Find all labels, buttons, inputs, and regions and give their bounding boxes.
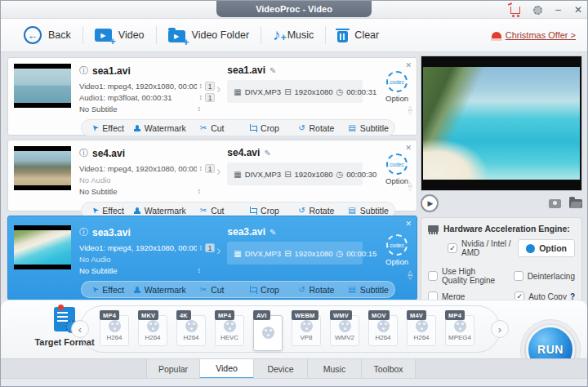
scroll-right-icon[interactable]: › [491,320,509,338]
remove-file-icon[interactable]: ✕ [405,220,412,228]
clock-icon: ◷ [336,249,344,258]
crop-button[interactable]: Crop [238,206,291,216]
add-video-folder-button[interactable]: ▶ Video Folder [157,19,261,51]
reorder-arrows[interactable]: △▽ [408,270,412,280]
format-item-4k-h264[interactable]: H264 4K [176,310,207,351]
format-item-mp4-hevc[interactable]: HEVC MP4 [215,310,246,351]
tab-toolbox[interactable]: Toolbox [362,359,416,379]
close-icon[interactable]: ✕ [574,1,582,19]
subtitle-button[interactable]: ▤Subtitle [342,123,394,133]
remove-file-icon[interactable]: ✕ [405,144,412,152]
gpu-checkbox[interactable]: ✓ [448,243,457,253]
clear-button[interactable]: Clear [326,19,390,51]
subtitle-button[interactable]: ▤Subtitle [342,285,394,295]
hw-option-button[interactable]: Option [518,239,575,257]
add-video-button[interactable]: ▶ Video [83,19,156,51]
cut-button[interactable]: ✂Cut [186,123,238,133]
tab-device[interactable]: Device [254,359,308,379]
video-track-count[interactable]: 1 [205,164,215,173]
audio-track-count[interactable]: 1 [205,93,215,102]
rename-icon[interactable]: ✎ [270,228,276,237]
rotate-button[interactable]: ↺Rotate [290,285,342,295]
hardware-acceleration-panel: Hardware Acceleration Engine: ✓ Nvidia /… [421,217,582,309]
output-info-strip: ▦DIVX,MP3 ⊟1920x1080 ◷00:00:15 [227,242,363,265]
crop-icon [249,124,256,131]
rotate-button[interactable]: ↺Rotate [290,123,342,133]
crop-button[interactable]: Crop [238,285,291,295]
format-item-mp4-h264[interactable]: H264 MP4 [100,310,131,351]
watermark-button[interactable]: Watermark [134,206,186,216]
track-stepper-icon[interactable]: ↕ [199,243,203,251]
back-button[interactable]: ← Back [12,19,82,51]
output-filename: se4.avi [227,147,260,158]
effect-button[interactable]: ➤Effect [82,206,134,216]
format-item-m4v-h264[interactable]: H264 M4V [407,310,438,351]
play-button[interactable]: ▶ [421,194,439,212]
info-icon[interactable]: ⓘ [79,226,88,238]
source-filename: se4.avi [92,148,125,159]
cart-icon[interactable] [510,7,520,14]
video-track-count[interactable]: 1 [205,82,215,91]
scroll-left-icon[interactable]: ‹ [71,320,89,338]
info-icon[interactable]: ⓘ [79,147,88,159]
track-stepper-icon[interactable]: ↕ [199,82,203,90]
back-arrow-icon: ← [24,26,42,44]
watermark-button[interactable]: Watermark [134,285,186,295]
main-area: ✕ ⓘ sea1.avi Video1: mpeg4, 1920x1080, 0… [1,52,587,300]
tab-music[interactable]: Music [308,359,362,379]
high-quality-checkbox[interactable] [428,271,438,281]
remove-file-icon[interactable]: ✕ [405,61,412,69]
watermark-button[interactable]: Watermark [134,123,186,133]
tab-popular[interactable]: Popular [146,359,200,379]
format-item-wmv-wmv2[interactable]: WMV2 WMV [330,310,361,351]
video-thumbnail [14,64,71,108]
rename-icon[interactable]: ✎ [264,149,270,158]
tab-video[interactable]: Video [200,359,254,379]
subtitle-track-info: No Subtitle [79,266,195,275]
crop-button[interactable]: Crop [238,123,291,133]
reorder-arrows[interactable]: △▽ [408,105,412,115]
effect-button[interactable]: ➤Effect [82,285,134,295]
cut-button[interactable]: ✂Cut [186,285,238,295]
subtitle-icon: ▤ [348,285,355,294]
deinterlacing-label: Deinterlacing [528,272,575,281]
format-item-mp4-mpeg4[interactable]: MPEG4 MP4 [445,310,476,351]
info-icon[interactable]: ⓘ [79,64,88,77]
video-thumbnail [14,146,71,190]
notification-dot [58,305,64,310]
back-label: Back [48,29,71,41]
rotate-button[interactable]: ↺Rotate [290,206,342,216]
rename-icon[interactable]: ✎ [270,66,276,75]
media-row-sea1[interactable]: ✕ ⓘ sea1.avi Video1: mpeg4, 1920x1080, 0… [7,57,417,136]
track-stepper-icon[interactable]: ↕ [198,187,202,195]
snapshot-icon[interactable] [549,199,561,208]
format-item-mov-h264[interactable]: H264 MOV [368,310,399,351]
media-row-se4[interactable]: ✕ ⓘ se4.avi Video1: mpeg4, 1920x1080, 00… [7,140,417,211]
open-folder-icon[interactable] [569,199,582,208]
add-music-button[interactable]: ♪ Music [261,19,325,51]
video-track-count[interactable]: 1 [205,243,215,252]
christmas-offer-link[interactable]: Christmas Offer > [492,30,576,40]
reorder-arrows[interactable]: △▽ [408,181,412,191]
music-label: Music [287,29,314,41]
settings-gear-icon[interactable] [533,6,542,15]
codec-option-button[interactable]: codec Option [380,71,414,103]
format-item-mkv-h264[interactable]: H264 MKV [138,310,169,351]
row-action-bar: ➤Effect Watermark ✂Cut Crop ↺Rotate ▤Sub… [81,119,395,136]
film-reel-icon [185,320,198,332]
track-stepper-icon[interactable]: ↕ [199,93,203,101]
deinterlacing-checkbox[interactable] [514,271,523,281]
subtitle-button[interactable]: ▤Subtitle [342,206,394,216]
media-row-sea3[interactable]: ✕ ⓘ sea3.avi Video1: mpeg4, 1920x1080, 0… [7,216,417,300]
minimize-icon[interactable]: – [555,1,561,19]
track-stepper-icon[interactable]: ↕ [199,164,203,172]
codec-option-button[interactable]: codec Option [380,234,414,266]
effect-button[interactable]: ➤Effect [82,123,134,133]
track-stepper-icon[interactable]: ↕ [198,266,202,274]
cut-button[interactable]: ✂Cut [186,206,238,216]
format-item-avi-selected[interactable]: AVI [253,310,284,351]
film-reel-icon [301,320,313,332]
format-item-webm-vp8[interactable]: VP8 WEBM [292,310,323,351]
track-stepper-icon[interactable]: ↕ [198,105,202,113]
crop-icon [249,286,256,293]
